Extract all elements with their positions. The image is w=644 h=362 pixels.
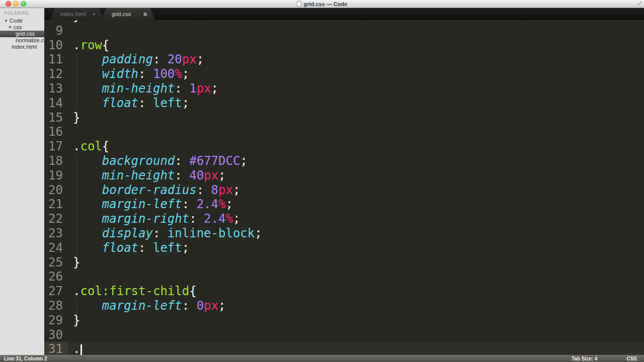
code-token: margin-right — [102, 212, 189, 226]
line-number: 13 — [44, 81, 68, 96]
code-token: : — [182, 197, 189, 211]
code-token — [182, 81, 189, 96]
cursor-position-status: Line 31, Column 2 — [4, 356, 47, 361]
code-token: : — [197, 183, 204, 197]
code-token — [146, 96, 153, 110]
line-text: . — [68, 342, 82, 355]
code-token — [160, 52, 167, 66]
unsaved-dot-icon[interactable] — [143, 13, 147, 16]
code-line-13[interactable]: 13 min-height: 1px; — [44, 81, 644, 96]
code-token: : — [153, 226, 160, 240]
line-number: 30 — [44, 328, 68, 342]
code-line-17[interactable]: 17.col{ — [44, 139, 644, 154]
code-token: % — [225, 212, 232, 226]
tab-index-html[interactable]: index.html× — [50, 8, 104, 20]
tree-item-label: normalize.css — [16, 37, 44, 44]
code-token: 20 — [168, 52, 182, 66]
code-token: #677DCC — [189, 154, 240, 168]
sidebar-item-normalize-css[interactable]: normalize.css — [0, 37, 44, 44]
line-number: 28 — [44, 299, 68, 313]
code-line-9[interactable]: 9 — [44, 24, 644, 38]
tree-item-label: grid.css — [16, 31, 35, 37]
code-token: display — [102, 226, 153, 240]
code-line-11[interactable]: 11 padding: 20px; — [44, 52, 644, 67]
line-number: 26 — [44, 269, 68, 284]
syntax-status[interactable]: CSS — [626, 356, 637, 361]
code-line-18[interactable]: 18 background: #677DCC; — [44, 154, 644, 168]
line-text: display: inline-block; — [68, 226, 262, 241]
sidebar-item-index-html[interactable]: index.html — [0, 44, 44, 50]
code-token: . — [73, 38, 80, 52]
code-line-31[interactable]: 31. — [44, 342, 644, 355]
disclosure-triangle-icon[interactable]: ▼ — [8, 24, 12, 31]
code-token: border-radius — [102, 183, 197, 197]
line-text: float: left; — [68, 241, 189, 255]
code-token — [146, 67, 153, 81]
code-token: px — [204, 299, 218, 313]
code-token: left — [153, 241, 182, 255]
code-line-22[interactable]: 22 margin-right: 2.4%; — [44, 212, 644, 226]
code-token: ; — [218, 168, 225, 183]
code-line-15[interactable]: 15} — [44, 111, 644, 125]
line-number: 20 — [44, 183, 68, 198]
code-line-8[interactable]: 8} — [44, 20, 644, 24]
code-token: } — [73, 313, 80, 327]
code-token: 2.4 — [204, 212, 225, 226]
tab-bar: index.html×grid.css — [44, 8, 644, 20]
code-line-27[interactable]: 27.col:first-child{ — [44, 284, 644, 299]
code-token — [73, 67, 102, 81]
code-token — [73, 183, 102, 197]
disclosure-triangle-icon[interactable]: ▼ — [4, 18, 8, 24]
line-number: 9 — [44, 24, 68, 38]
tab-grid-css[interactable]: grid.css — [102, 8, 155, 20]
code-token — [204, 183, 211, 197]
window-title-text: grid.css — Code — [304, 1, 348, 7]
code-line-25[interactable]: 25} — [44, 255, 644, 270]
line-number: 22 — [44, 212, 68, 226]
line-text: border-radius: 8px; — [68, 183, 240, 198]
code-line-29[interactable]: 29} — [44, 313, 644, 328]
code-line-28[interactable]: 28 margin-left: 0px; — [44, 299, 644, 313]
code-token: float — [102, 241, 138, 255]
code-token: : — [175, 168, 182, 183]
code-token: : — [138, 67, 145, 81]
code-line-26[interactable]: 26 — [44, 269, 644, 284]
sidebar-item-Code[interactable]: ▼Code — [0, 18, 44, 24]
code-token: { — [102, 139, 109, 153]
code-line-21[interactable]: 21 margin-left: 2.4%; — [44, 197, 644, 212]
code-token: 8 — [211, 183, 218, 197]
code-line-16[interactable]: 16 — [44, 125, 644, 139]
tab-size-status[interactable]: Tab Size: 4 — [572, 356, 598, 361]
line-number: 31 — [44, 342, 68, 355]
code-token — [182, 168, 189, 183]
code-line-30[interactable]: 30 — [44, 328, 644, 342]
line-text: } — [68, 255, 80, 270]
file-tree: ▼Code▼cssgrid.cssnormalize.cssindex.html — [0, 18, 44, 50]
code-line-10[interactable]: 10.row{ — [44, 38, 644, 53]
code-token: : — [138, 96, 145, 110]
code-token: . — [73, 139, 80, 153]
code-line-14[interactable]: 14 float: left; — [44, 96, 644, 111]
code-token: : — [153, 52, 160, 66]
code-token: . — [73, 284, 80, 298]
fullscreen-icon[interactable]: ⤢ — [637, 1, 641, 7]
code-line-19[interactable]: 19 min-height: 40px; — [44, 168, 644, 183]
sidebar-item-grid-css[interactable]: grid.css — [0, 31, 44, 37]
code-editor[interactable]: 8}910.row{11 padding: 20px;12 width: 100… — [44, 20, 644, 355]
tab-close-icon[interactable]: × — [93, 11, 96, 17]
line-text — [68, 125, 73, 139]
line-text — [68, 24, 73, 38]
code-token — [189, 197, 196, 211]
code-line-24[interactable]: 24 float: left; — [44, 241, 644, 255]
code-line-12[interactable]: 12 width: 100%; — [44, 67, 644, 81]
title-bar[interactable]: grid.css — Code ⤢ — [0, 0, 644, 8]
line-number: 24 — [44, 241, 68, 255]
code-token: background — [102, 154, 175, 168]
sidebar-item-css[interactable]: ▼css — [0, 24, 44, 31]
code-token: ; — [211, 81, 218, 96]
code-token: ; — [255, 226, 262, 240]
code-token — [73, 299, 102, 313]
code-line-23[interactable]: 23 display: inline-block; — [44, 226, 644, 241]
code-token: . — [73, 342, 80, 355]
code-line-20[interactable]: 20 border-radius: 8px; — [44, 183, 644, 198]
